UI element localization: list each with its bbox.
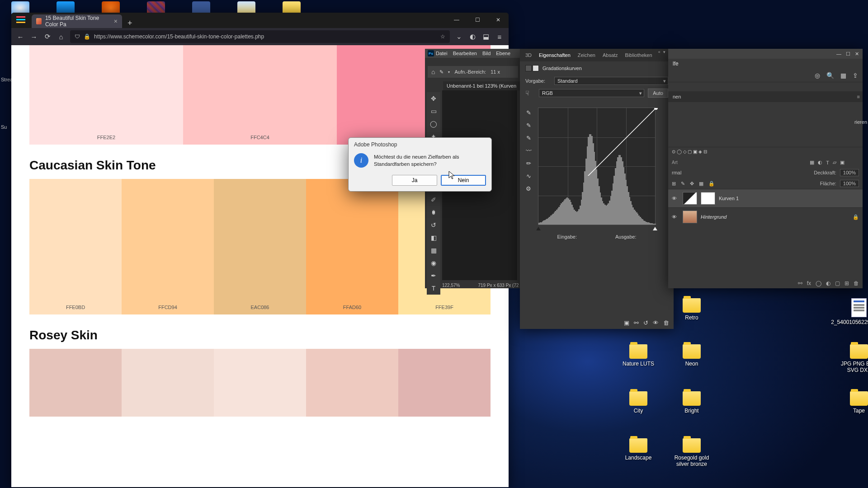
- bookmark-star-icon[interactable]: ☆: [440, 33, 445, 40]
- minimize-button[interactable]: —: [836, 51, 841, 56]
- firefox-menu-icon[interactable]: [15, 14, 27, 26]
- url-field[interactable]: 🛡 🔒 https://www.schemecolor.com/15-beaut…: [70, 30, 450, 43]
- group-icon[interactable]: ▢: [835, 280, 840, 286]
- home-button[interactable]: ⌂: [57, 33, 66, 41]
- auto-button[interactable]: Auto: [648, 89, 668, 98]
- panel-tab[interactable]: Bibliotheken: [625, 52, 652, 58]
- tab-close-icon[interactable]: ×: [114, 18, 118, 25]
- curves-plot[interactable]: [538, 108, 656, 225]
- forward-button[interactable]: →: [29, 33, 38, 41]
- panel-tab[interactable]: Absatz: [603, 52, 618, 58]
- browser-tab[interactable]: 15 Beautiful Skin Tone Color Pa ×: [32, 14, 122, 28]
- marquee-tool-icon[interactable]: ▭: [427, 105, 440, 117]
- workspace-icon[interactable]: ▦: [840, 72, 846, 79]
- desktop-folder[interactable]: Landscape: [616, 438, 661, 461]
- fx-icon[interactable]: fx: [807, 280, 811, 286]
- close-button[interactable]: ✕: [488, 13, 509, 27]
- download-icon[interactable]: ⬓: [481, 33, 491, 41]
- finger-icon[interactable]: ☟: [525, 89, 535, 97]
- yes-button[interactable]: Ja: [392, 175, 437, 186]
- filter-smart-icon[interactable]: ▣: [840, 160, 844, 165]
- link-icon[interactable]: ⚯: [634, 319, 639, 326]
- document-tab[interactable]: Unbenannt-1 bei 123% (Kurven: [443, 81, 520, 90]
- close-button[interactable]: ✕: [855, 51, 859, 57]
- smooth-icon[interactable]: ∿: [524, 171, 533, 181]
- chevron-down-icon[interactable]: ▾: [448, 70, 450, 74]
- lasso-tool-icon[interactable]: ◯: [427, 117, 440, 130]
- desktop-folder[interactable]: Tape: [836, 391, 868, 414]
- brush-tool-icon[interactable]: ✐: [427, 193, 440, 206]
- arrange-icon[interactable]: ◎: [815, 72, 820, 79]
- lock-row-icons[interactable]: ⊞ ✎ ✥ ▦ 🔒: [672, 181, 717, 187]
- color-swatch[interactable]: [306, 349, 398, 417]
- curve-slider[interactable]: [538, 226, 656, 232]
- ps-titlebar[interactable]: Ps Datei Bearbeiten Bild Ebene: [425, 49, 520, 58]
- trash-icon[interactable]: 🗑: [663, 319, 669, 326]
- opacity-value[interactable]: 100%: [840, 169, 859, 176]
- eyedropper-icon[interactable]: ✎: [439, 69, 443, 75]
- no-button[interactable]: Nein: [441, 175, 486, 186]
- reload-button[interactable]: ⟳: [43, 33, 52, 41]
- desktop-folder[interactable]: JPG PNG EPS SVG DXF: [836, 344, 868, 373]
- menu-fragment[interactable]: lfe: [668, 59, 863, 69]
- panel-tab[interactable]: Eigenschaften: [539, 52, 571, 58]
- sampler-black-icon[interactable]: ✎: [524, 108, 533, 117]
- desktop-document[interactable]: 2_540010562299154...: [836, 298, 868, 325]
- curve-mode-icon[interactable]: 〰: [524, 145, 533, 155]
- filter-pixel-icon[interactable]: ▦: [810, 160, 814, 165]
- clip-icon[interactable]: ▣: [624, 319, 629, 326]
- sampler-gray-icon[interactable]: ✎: [524, 120, 533, 130]
- layer-name[interactable]: Kurven 1: [719, 196, 739, 201]
- options-icon[interactable]: ⚙: [524, 183, 533, 193]
- move-tool-icon[interactable]: ✥: [427, 92, 440, 105]
- panel-tab[interactable]: 3D: [525, 52, 532, 58]
- back-button[interactable]: ←: [16, 33, 25, 41]
- new-layer-icon[interactable]: ⊞: [844, 280, 849, 286]
- minimize-button[interactable]: —: [446, 13, 467, 27]
- channel-select[interactable]: RGB: [539, 89, 644, 97]
- eraser-tool-icon[interactable]: ◧: [427, 231, 440, 244]
- desktop-folder[interactable]: Bright: [669, 391, 714, 414]
- maximize-button[interactable]: ☐: [846, 51, 850, 57]
- color-swatch[interactable]: EAC086: [214, 179, 306, 314]
- blend-mode[interactable]: rmal: [672, 170, 681, 175]
- visibility-icon[interactable]: 👁: [672, 196, 679, 201]
- color-swatch[interactable]: FFCD94: [122, 179, 214, 314]
- pocket-icon[interactable]: ⌄: [454, 33, 463, 41]
- layer-row-curves[interactable]: 👁 Kurven 1: [668, 189, 863, 207]
- fill-value[interactable]: 100%: [840, 180, 859, 187]
- account-icon[interactable]: ◐: [468, 33, 477, 41]
- color-swatch[interactable]: [398, 349, 491, 417]
- stamp-tool-icon[interactable]: ⧯: [427, 206, 440, 219]
- desktop-folder[interactable]: Retro: [669, 298, 714, 321]
- visibility-icon[interactable]: 👁: [672, 214, 679, 220]
- ps-menu-item[interactable]: Bearbeiten: [453, 51, 477, 56]
- filter-type-icon[interactable]: T: [826, 160, 829, 165]
- desktop-folder[interactable]: Neon: [669, 344, 714, 367]
- color-swatch[interactable]: [29, 349, 122, 417]
- maximize-button[interactable]: ☐: [467, 13, 488, 27]
- adjustment-icon[interactable]: ◐: [826, 280, 830, 286]
- color-swatch[interactable]: [214, 349, 306, 417]
- preset-select[interactable]: Standard: [554, 77, 668, 85]
- history-brush-icon[interactable]: ↺: [427, 219, 440, 231]
- mask-icon[interactable]: ◯: [816, 280, 821, 286]
- layer-row-background[interactable]: 👁 Hintergrund 🔒: [668, 207, 863, 226]
- sampler-white-icon[interactable]: ✎: [524, 133, 533, 143]
- color-swatch[interactable]: FFAD60: [306, 179, 398, 314]
- type-tool-icon[interactable]: T: [427, 282, 440, 295]
- panel-menu-icon[interactable]: ≡: [857, 94, 860, 99]
- share-icon[interactable]: ⇪: [853, 72, 858, 79]
- link-layers-icon[interactable]: ⚯: [798, 280, 802, 286]
- reset-icon[interactable]: ↺: [643, 319, 648, 326]
- app-menu-icon[interactable]: ≡: [495, 33, 504, 41]
- delete-icon[interactable]: 🗑: [854, 280, 859, 286]
- gradient-tool-icon[interactable]: ▦: [427, 244, 440, 257]
- color-swatch[interactable]: FFE2E2: [29, 45, 183, 145]
- lock-icon[interactable]: 🔒: [853, 214, 859, 220]
- pen-tool-icon[interactable]: ✒: [427, 269, 440, 282]
- color-swatch[interactable]: FFC4C4: [183, 45, 337, 145]
- panel-tab[interactable]: Zeichen: [578, 52, 595, 58]
- search-icon[interactable]: 🔍: [826, 72, 834, 79]
- ps-menu-item[interactable]: Bild: [482, 51, 491, 56]
